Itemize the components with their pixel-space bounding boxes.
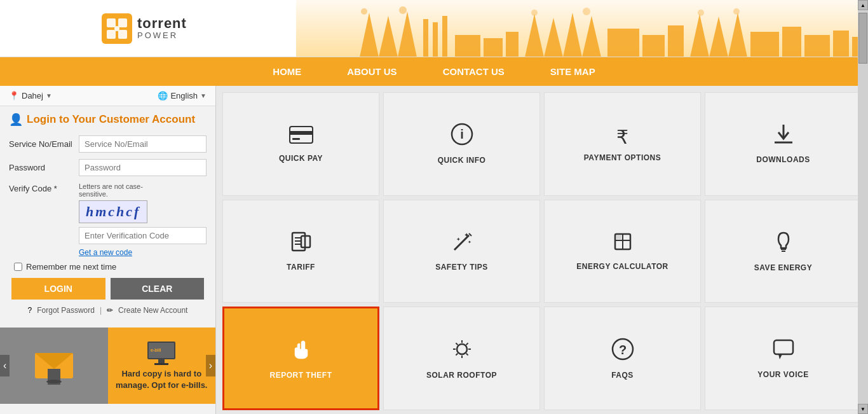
scroll-up-button[interactable]: ▲ (858, 0, 868, 10)
login-heading: Login to Your Customer Account (27, 113, 195, 126)
logo-text: torrent POWER (137, 16, 187, 40)
grid-item-downloads[interactable]: DOWNLOADS (705, 92, 862, 196)
main-content: 📍 Dahej ▼ 🌐 English ▼ 👤 Login to Your Cu… (0, 86, 868, 414)
svg-rect-11 (442, 16, 447, 57)
save-energy-label: SAVE ENERGY (754, 263, 812, 272)
password-row: Password (9, 159, 207, 176)
nav-about[interactable]: ABOUT US (324, 57, 419, 86)
svg-rect-43 (154, 363, 168, 365)
report-theft-label: REPORT THEFT (270, 371, 332, 380)
btn-row: LOGIN CLEAR (9, 278, 207, 300)
svg-point-68 (457, 344, 467, 354)
scrollbar: ▲ ▼ (858, 0, 868, 414)
nav-contact[interactable]: CONTACT US (420, 57, 527, 86)
password-label: Password (9, 163, 79, 172)
svg-text:i: i (460, 127, 464, 141)
remember-label: Remember me next time (26, 262, 116, 272)
svg-rect-1 (118, 18, 127, 27)
svg-rect-46 (290, 131, 313, 135)
svg-line-73 (456, 343, 458, 345)
banner-prev-button[interactable]: ‹ (0, 355, 10, 376)
calculator-icon (613, 231, 633, 257)
safety-tips-label: SAFETY TIPS (435, 263, 488, 272)
svg-rect-47 (292, 138, 300, 140)
svg-rect-28 (833, 31, 849, 57)
svg-rect-9 (423, 19, 428, 57)
nav-home[interactable]: HOME (250, 57, 324, 86)
faqs-label: FAQS (611, 371, 634, 380)
payment-label: PAYMENT OPTIONS (584, 153, 661, 162)
remember-row: Remember me next time (9, 262, 207, 272)
service-row: Service No/Email (9, 135, 207, 153)
quick-pay-label: QUICK PAY (279, 154, 323, 163)
scroll-thumb[interactable] (858, 13, 867, 64)
svg-point-34 (698, 10, 704, 16)
svg-rect-42 (158, 359, 165, 363)
city-selector[interactable]: 📍 Dahej ▼ (9, 91, 52, 100)
pencil-icon: ✏ (107, 306, 113, 315)
your-voice-label: YOUR VOICE (757, 370, 808, 379)
svg-text:✦: ✦ (468, 240, 471, 244)
verify-right: Letters are not case- sensitive. hmchcf (79, 183, 207, 244)
clear-button[interactable]: CLEAR (111, 278, 205, 300)
svg-rect-79 (774, 340, 793, 354)
svg-line-74 (466, 353, 468, 355)
grid-item-faqs[interactable]: ? FAQS (544, 307, 701, 410)
svg-rect-27 (804, 35, 830, 57)
svg-point-33 (583, 8, 590, 15)
info-icon: i (451, 123, 473, 151)
grid-item-calculator[interactable]: ENERGY CALCULATOR (544, 200, 701, 303)
user-icon: 👤 (9, 113, 23, 127)
tariff-icon (290, 231, 312, 258)
create-account-link[interactable]: Create New Account (118, 306, 187, 315)
verify-code-input[interactable] (79, 227, 207, 244)
left-panel: 📍 Dahej ▼ 🌐 English ▼ 👤 Login to Your Cu… (0, 86, 216, 414)
banner-slide-2: e-bill Hard copy is hard to manage. Opt … (108, 328, 216, 404)
grid-item-quick-pay[interactable]: QUICK PAY (222, 92, 379, 196)
location-bar: 📍 Dahej ▼ 🌐 English ▼ (0, 86, 215, 106)
forgot-password-link[interactable]: Forgot Password (37, 306, 95, 315)
svg-text:e-bill: e-bill (151, 348, 161, 352)
svg-marker-80 (778, 354, 782, 359)
grid-panel: QUICK PAY i QUICK INFO ₹ PAYMENT OPTIONS (216, 86, 868, 414)
verify-label: Verify Code * (9, 183, 79, 193)
grid-item-report-theft[interactable]: REPORT THEFT (222, 307, 379, 410)
grid-item-tariff[interactable]: TARIFF (222, 200, 379, 303)
question-circle-icon: ? (611, 338, 634, 366)
grid-item-quick-info[interactable]: i QUICK INFO (383, 92, 540, 196)
grid-item-safety[interactable]: ✦ ✦ ✦ SAFETY TIPS (383, 200, 540, 303)
svg-rect-0 (107, 18, 116, 27)
remember-checkbox[interactable] (14, 263, 22, 271)
svg-point-35 (733, 8, 740, 15)
rupee-icon: ₹ (616, 126, 628, 148)
nav-sitemap[interactable]: SITE MAP (527, 57, 618, 86)
grid-item-payment[interactable]: ₹ PAYMENT OPTIONS (544, 92, 701, 196)
question-icon: ? (28, 306, 32, 315)
banner-slide-1 (0, 328, 108, 404)
language-selector[interactable]: 🌐 English ▼ (158, 91, 207, 100)
captcha-display: hmchcf (79, 200, 147, 223)
grid-item-solar[interactable]: SOLAR ROOFTOP (383, 307, 540, 410)
sun-icon (451, 338, 473, 366)
location-pin-icon: 📍 (9, 91, 19, 100)
banner-text: Hard copy is hard to manage. Opt for e-b… (116, 369, 207, 390)
grid-item-your-voice[interactable]: YOUR VOICE (705, 307, 862, 410)
service-input[interactable] (79, 135, 207, 153)
svg-text:✦: ✦ (464, 231, 469, 238)
svg-point-30 (361, 8, 367, 15)
banner-next-button[interactable]: › (206, 355, 215, 376)
quick-info-label: QUICK INFO (438, 156, 486, 165)
svg-rect-65 (616, 235, 621, 239)
verify-note: Letters are not case- sensitive. (79, 183, 207, 198)
new-code-link[interactable]: Get a new code (79, 248, 132, 257)
svg-rect-2 (107, 30, 116, 39)
svg-point-32 (531, 10, 538, 16)
grid-item-save-energy[interactable]: SAVE ENERGY (705, 200, 862, 303)
login-button[interactable]: LOGIN (11, 278, 105, 300)
scroll-down-button[interactable]: ▼ (858, 404, 868, 414)
password-input[interactable] (79, 159, 207, 176)
svg-point-4 (114, 26, 119, 31)
svg-text:?: ? (618, 343, 626, 357)
credit-card-icon (289, 125, 313, 149)
svg-line-75 (466, 343, 468, 345)
